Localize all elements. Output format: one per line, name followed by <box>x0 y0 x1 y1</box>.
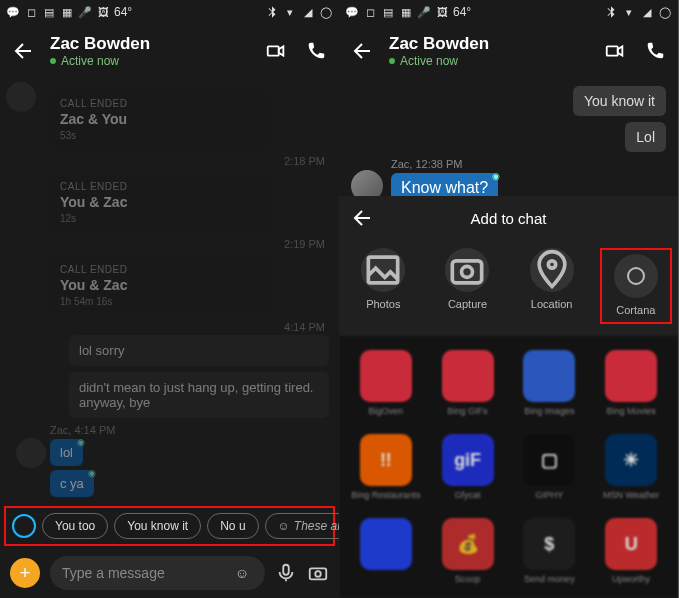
app-tile[interactable] <box>349 518 423 584</box>
incoming-message[interactable]: lol◉ <box>50 439 83 466</box>
call-ended-card[interactable]: CALL ENDED You & Zac 12s <box>50 173 270 232</box>
outgoing-message[interactable]: didn't mean to just hang up, getting tir… <box>69 372 329 418</box>
status-temp: 64° <box>453 5 471 19</box>
bluetooth-icon <box>265 5 279 19</box>
mic-off-icon: 🎤 <box>417 5 431 19</box>
outgoing-message[interactable]: Lol <box>625 122 666 152</box>
notif-icon: ▤ <box>381 5 395 19</box>
app-label: Bing Movies <box>607 406 656 416</box>
header-actions <box>604 40 666 62</box>
notif-icon: ◻ <box>24 5 38 19</box>
incoming-message-group: Zac, 4:14 PM lol◉ c ya◉ <box>10 424 329 501</box>
emoji-button[interactable]: ☺ <box>231 562 253 584</box>
notif-icon: ▤ <box>42 5 56 19</box>
video-call-button[interactable] <box>604 40 626 62</box>
app-tile[interactable]: !!Bing Restaurants <box>349 434 423 500</box>
notif-icon: 💬 <box>345 5 359 19</box>
presence-text: Active now <box>61 54 119 68</box>
header-actions <box>265 40 327 62</box>
app-icon: 💰 <box>442 518 494 570</box>
option-photos[interactable]: Photos <box>347 248 419 324</box>
audio-call-button[interactable] <box>644 40 666 62</box>
image-icon: 🖼 <box>435 5 449 19</box>
presence: Active now <box>50 54 251 68</box>
app-tile[interactable]: giFGfycat <box>431 434 505 500</box>
app-tile[interactable]: Bing Images <box>513 350 587 416</box>
app-icon: $ <box>523 518 575 570</box>
message-input[interactable]: Type a message ☺ <box>50 556 265 590</box>
app-tile[interactable]: Bing GIFs <box>431 350 505 416</box>
call-ended-card[interactable]: CALL ENDED You & Zac 1h 54m 16s <box>50 256 270 315</box>
notif-icon: ▦ <box>399 5 413 19</box>
app-icon: ▢ <box>523 434 575 486</box>
svg-point-3 <box>315 571 321 577</box>
app-grid[interactable]: BigOvenBing GIFsBing ImagesBing Movies!!… <box>339 336 678 598</box>
header-title-block[interactable]: Zac Bowden Active now <box>389 34 590 68</box>
option-cortana[interactable]: Cortana <box>600 248 672 324</box>
app-icon <box>442 350 494 402</box>
call-ended-card[interactable]: CALL ENDED Zac & You 53s <box>50 90 270 149</box>
mic-button[interactable] <box>275 562 297 584</box>
app-label: MSN Weather <box>603 490 659 500</box>
svg-rect-7 <box>453 261 482 283</box>
option-location[interactable]: Location <box>516 248 588 324</box>
suggestion-chip[interactable]: You know it <box>114 513 201 539</box>
outgoing-message[interactable]: You know it <box>573 86 666 116</box>
cortana-icon <box>614 254 658 298</box>
status-left: 💬 ◻ ▤ ▦ 🎤 🖼 64° <box>345 5 471 19</box>
app-label: Scoop <box>455 574 481 584</box>
cortana-icon[interactable] <box>12 514 36 538</box>
app-tile[interactable]: BigOven <box>349 350 423 416</box>
wifi-icon: ▾ <box>283 5 297 19</box>
outgoing-message[interactable]: lol sorry <box>69 335 329 366</box>
signal-icon: ◢ <box>640 5 654 19</box>
suggestion-chip[interactable]: ☺ These aren't use <box>265 513 339 539</box>
audio-call-button[interactable] <box>305 40 327 62</box>
timestamp: 2:18 PM <box>14 155 325 167</box>
status-left: 💬 ◻ ▤ ▦ 🎤 🖼 64° <box>6 5 132 19</box>
call-duration: 12s <box>60 213 260 224</box>
photos-icon <box>361 248 405 292</box>
mic-off-icon: 🎤 <box>78 5 92 19</box>
call-ended-label: CALL ENDED <box>60 181 260 192</box>
call-participants: Zac & You <box>60 111 260 127</box>
app-tile[interactable]: $Send money <box>513 518 587 584</box>
app-label: Send money <box>524 574 575 584</box>
app-label: BigOven <box>369 406 404 416</box>
app-tile[interactable]: UUpworthy <box>594 518 668 584</box>
call-ended-label: CALL ENDED <box>60 264 260 275</box>
svg-rect-4 <box>607 46 618 55</box>
add-to-chat-panel: Add to chat rch Photos Capture Location … <box>339 196 678 598</box>
camera-button[interactable] <box>307 562 329 584</box>
app-tile[interactable]: ☀MSN Weather <box>594 434 668 500</box>
read-indicator-icon: ◉ <box>492 171 500 181</box>
suggestion-chip[interactable]: You too <box>42 513 108 539</box>
app-icon <box>523 350 575 402</box>
incoming-message[interactable]: c ya◉ <box>50 470 94 497</box>
message-list[interactable]: You know it Lol Zac, 12:38 PM Know what?… <box>339 78 678 215</box>
battery-ring-icon: ◯ <box>658 5 672 19</box>
add-button[interactable]: + <box>10 558 40 588</box>
call-participants: You & Zac <box>60 194 260 210</box>
video-call-button[interactable] <box>265 40 287 62</box>
back-button[interactable] <box>351 39 375 63</box>
timestamp: 2:19 PM <box>14 238 325 250</box>
status-bar: 💬 ◻ ▤ ▦ 🎤 🖼 64° ▾ ◢ ◯ <box>0 0 339 24</box>
avatar[interactable] <box>16 438 46 468</box>
status-temp: 64° <box>114 5 132 19</box>
status-right: ▾ ◢ ◯ <box>604 5 672 19</box>
app-label: Bing Restaurants <box>351 490 420 500</box>
app-label: Upworthy <box>612 574 650 584</box>
app-tile[interactable]: ▢GIPHY <box>513 434 587 500</box>
screen-right: 💬 ◻ ▤ ▦ 🎤 🖼 64° ▾ ◢ ◯ Zac Bowden Active … <box>339 0 678 598</box>
header-title-block[interactable]: Zac Bowden Active now <box>50 34 251 68</box>
app-label: Bing GIFs <box>448 406 488 416</box>
app-tile[interactable]: Bing Movies <box>594 350 668 416</box>
image-icon: 🖼 <box>96 5 110 19</box>
back-button[interactable] <box>12 39 36 63</box>
avatar[interactable] <box>6 82 36 112</box>
suggestion-chip[interactable]: No u <box>207 513 258 539</box>
option-capture[interactable]: Capture <box>431 248 503 324</box>
app-tile[interactable]: 💰Scoop <box>431 518 505 584</box>
emoji-icon: ☺ <box>278 519 290 533</box>
